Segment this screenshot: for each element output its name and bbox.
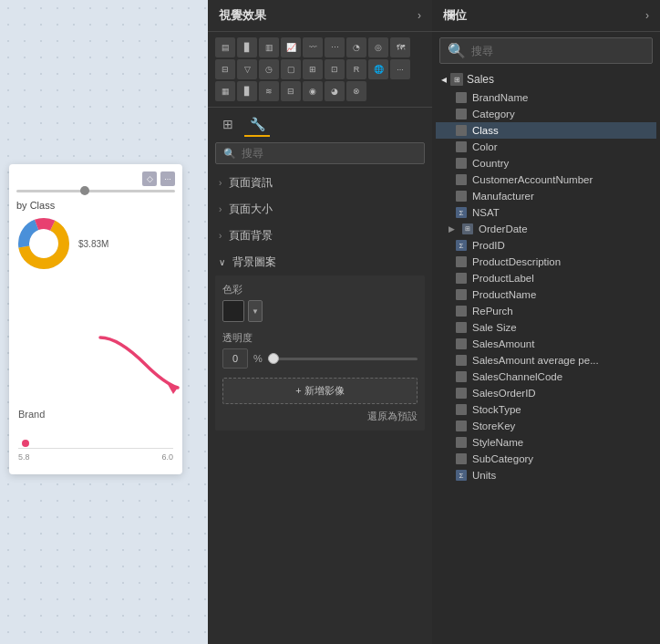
- field-icon-country: [456, 158, 467, 169]
- tab-visualizations[interactable]: ⊞: [215, 113, 241, 137]
- field-stocktype[interactable]: StockType: [436, 401, 656, 418]
- field-productlabel[interactable]: ProductLabel: [436, 270, 656, 286]
- viz-type-donut[interactable]: ◎: [368, 37, 388, 57]
- field-orderdate[interactable]: ▶ ⊞ OrderDate: [436, 221, 656, 237]
- transparency-label: 透明度: [222, 331, 418, 345]
- field-color[interactable]: Color: [436, 139, 656, 155]
- field-label-productdescription: ProductDescription: [472, 256, 561, 267]
- viz-type-treemap[interactable]: ⊟: [215, 59, 235, 79]
- fields-header-chevron-icon: ›: [645, 9, 649, 22]
- field-subcategory[interactable]: SubCategory: [436, 451, 656, 467]
- field-productname[interactable]: ProductName: [436, 286, 656, 303]
- format-search-input[interactable]: [242, 147, 417, 160]
- viz-type-scatter[interactable]: ⋯: [325, 37, 345, 57]
- fields-list: ◂ ⊞ Sales BrandName Category Class Color: [432, 69, 660, 644]
- tab-format[interactable]: 🔧: [244, 113, 270, 137]
- viz-type-slicer[interactable]: ⊟: [281, 81, 301, 101]
- field-productdescription[interactable]: ProductDescription: [436, 254, 656, 270]
- axis-label-2: 6.0: [161, 452, 173, 462]
- section-background-image[interactable]: ∨ 背景圖案: [211, 249, 428, 275]
- viz-type-ribbon[interactable]: ≋: [259, 81, 279, 101]
- card-toolbar: ◇ ···: [16, 171, 175, 186]
- reset-default-link[interactable]: 還原為預設: [222, 410, 418, 423]
- fields-search-bar[interactable]: 🔍: [439, 37, 653, 64]
- field-nsat[interactable]: Σ NSAT: [436, 204, 656, 221]
- sales-table-header[interactable]: ◂ ⊞ Sales: [436, 69, 656, 89]
- field-icon-class: [456, 125, 467, 136]
- format-search-bar[interactable]: 🔍: [215, 142, 425, 164]
- section-label-page-bg: 頁面背景: [229, 228, 273, 244]
- add-image-button[interactable]: + 新增影像: [222, 378, 418, 404]
- fields-panel: 欄位 › 🔍 ◂ ⊞ Sales BrandName Category: [432, 0, 660, 644]
- field-repurch[interactable]: RePurch: [436, 303, 656, 319]
- field-salesize[interactable]: Sale Size: [436, 319, 656, 336]
- field-icon-stylename: [456, 437, 467, 448]
- viz-type-custom3[interactable]: ⊗: [346, 81, 366, 101]
- color-picker[interactable]: ▼: [222, 300, 418, 322]
- field-salesamount-avg[interactable]: SalesAmount average pe...: [436, 352, 656, 369]
- section-chevron-page-bg: ›: [219, 231, 222, 241]
- table-icon: ⊞: [450, 73, 463, 86]
- field-category[interactable]: Category: [436, 106, 656, 122]
- field-icon-productlabel: [456, 273, 467, 284]
- viz-type-gauge[interactable]: ◷: [259, 59, 279, 79]
- transparency-control: %: [222, 348, 418, 369]
- viz-type-stacked-bar[interactable]: ▤: [215, 37, 235, 57]
- viz-type-combo[interactable]: ▦: [215, 81, 235, 101]
- field-class[interactable]: Class: [436, 122, 656, 139]
- field-icon-salesorderid: [456, 388, 467, 399]
- visualization-type-grid[interactable]: ▤ ▊ ▥ 📈 〰 ⋯ ◔ ◎ 🗺 ⊟ ▽ ◷ ▢ ⊞ ⊡ R 🌐 ··· ▦ …: [208, 32, 432, 108]
- field-label-class: Class: [472, 125, 499, 136]
- transparency-slider[interactable]: [268, 358, 418, 360]
- field-icon-stocktype: [456, 404, 467, 415]
- field-icon-category: [456, 109, 467, 119]
- viz-type-funnel[interactable]: ▽: [237, 59, 257, 79]
- viz-type-pie[interactable]: ◔: [346, 37, 366, 57]
- header-chevron-icon: ›: [418, 9, 421, 22]
- bookmark-icon: ◇: [142, 171, 157, 186]
- field-label-color: Color: [472, 141, 497, 152]
- section-page-size[interactable]: › 頁面大小: [211, 196, 428, 223]
- field-brandname[interactable]: BrandName: [436, 89, 656, 106]
- field-manufacturer[interactable]: Manufacturer: [436, 188, 656, 204]
- viz-type-table[interactable]: ⊞: [303, 59, 323, 79]
- viz-type-globe[interactable]: 🌐: [368, 59, 388, 79]
- visual-effects-title: 視覺效果: [219, 7, 266, 24]
- fields-panel-title: 欄位: [443, 7, 467, 24]
- field-salesorderid[interactable]: SalesOrderID: [436, 385, 656, 401]
- viz-type-area[interactable]: 〰: [303, 37, 323, 57]
- field-storekey[interactable]: StoreKey: [436, 418, 656, 434]
- section-page-background[interactable]: › 頁面背景: [211, 223, 428, 249]
- field-saleschannelcode[interactable]: SalesChannelCode: [436, 369, 656, 385]
- field-label-salesamount: SalesAmount: [472, 338, 534, 349]
- viz-type-matrix[interactable]: ⊡: [325, 59, 345, 79]
- field-stylename[interactable]: StyleName: [436, 434, 656, 451]
- field-units[interactable]: Σ Units: [436, 467, 656, 483]
- field-country[interactable]: Country: [436, 155, 656, 171]
- viz-type-custom2[interactable]: ◕: [325, 81, 345, 101]
- field-label-prodid: ProdID: [472, 240, 505, 251]
- field-label-repurch: RePurch: [472, 306, 513, 317]
- section-label-bg-image: 背景圖案: [232, 254, 276, 270]
- field-icon-orderdate: ⊞: [462, 223, 473, 234]
- viz-type-more[interactable]: ···: [390, 59, 410, 79]
- viz-type-card[interactable]: ▢: [281, 59, 301, 79]
- field-salesamount[interactable]: SalesAmount: [436, 336, 656, 352]
- viz-type-bar[interactable]: ▊: [237, 37, 257, 57]
- color-swatch[interactable]: [222, 300, 244, 322]
- viz-type-bar2[interactable]: ▥: [259, 37, 279, 57]
- section-label-page-size: 頁面大小: [229, 202, 273, 217]
- fields-search-input[interactable]: [471, 45, 645, 57]
- viz-type-line[interactable]: 📈: [281, 37, 301, 57]
- viz-type-custom1[interactable]: ◉: [303, 81, 323, 101]
- viz-type-waterfall[interactable]: ▊: [237, 81, 257, 101]
- color-dropdown-button[interactable]: ▼: [248, 300, 263, 322]
- field-label-salesorderid: SalesOrderID: [472, 388, 536, 399]
- field-customeraccountnumber[interactable]: CustomerAccountNumber: [436, 171, 656, 188]
- section-page-info[interactable]: › 頁面資訊: [211, 170, 428, 196]
- viz-type-map[interactable]: 🗺: [390, 37, 410, 57]
- transparency-input[interactable]: [222, 348, 248, 369]
- field-prodid[interactable]: Σ ProdID: [436, 237, 656, 254]
- viz-type-text[interactable]: R: [346, 59, 366, 79]
- field-icon-salesize: [456, 322, 467, 333]
